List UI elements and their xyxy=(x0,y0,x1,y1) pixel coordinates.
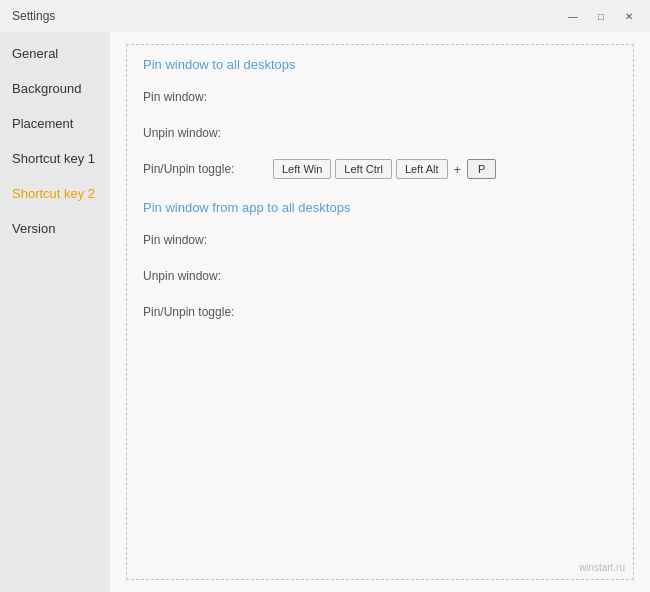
unpin-window-label-2: Unpin window: xyxy=(143,269,273,283)
field-pin-unpin-toggle-2: Pin/Unpin toggle: xyxy=(143,301,617,323)
pin-window-label-2: Pin window: xyxy=(143,233,273,247)
sidebar: General Background Placement Shortcut ke… xyxy=(0,32,110,592)
content-area: General Background Placement Shortcut ke… xyxy=(0,32,650,592)
sidebar-item-shortcut-key-1[interactable]: Shortcut key 1 xyxy=(0,141,110,176)
section2-title: Pin window from app to all desktops xyxy=(143,200,617,215)
key-left-win[interactable]: Left Win xyxy=(273,159,331,179)
sidebar-item-shortcut-key-2[interactable]: Shortcut key 2 xyxy=(0,176,110,211)
main-panel: Pin window to all desktops Pin window: U… xyxy=(110,32,650,592)
section-pin-app-desktops: Pin window from app to all desktops Pin … xyxy=(143,200,617,323)
field-pin-window-1: Pin window: xyxy=(143,86,617,108)
maximize-button[interactable]: □ xyxy=(588,6,614,26)
field-pin-unpin-toggle-1: Pin/Unpin toggle: Left Win Left Ctrl Lef… xyxy=(143,158,617,180)
key-p[interactable]: P xyxy=(467,159,496,179)
close-button[interactable]: ✕ xyxy=(616,6,642,26)
key-combo-1: Left Win Left Ctrl Left Alt + P xyxy=(273,159,496,179)
field-unpin-window-1: Unpin window: xyxy=(143,122,617,144)
pin-unpin-toggle-label-1: Pin/Unpin toggle: xyxy=(143,162,273,176)
watermark: winstart.ru xyxy=(579,562,625,573)
section-pin-all-desktops: Pin window to all desktops Pin window: U… xyxy=(143,57,617,180)
sidebar-item-version[interactable]: Version xyxy=(0,211,110,246)
sidebar-item-background[interactable]: Background xyxy=(0,71,110,106)
field-unpin-window-2: Unpin window: xyxy=(143,265,617,287)
key-left-alt[interactable]: Left Alt xyxy=(396,159,448,179)
sidebar-item-placement[interactable]: Placement xyxy=(0,106,110,141)
minimize-button[interactable]: — xyxy=(560,6,586,26)
unpin-window-label-1: Unpin window: xyxy=(143,126,273,140)
panel-border: Pin window to all desktops Pin window: U… xyxy=(126,44,634,580)
field-pin-window-2: Pin window: xyxy=(143,229,617,251)
window-title: Settings xyxy=(12,9,55,23)
plus-sign-1: + xyxy=(454,162,462,177)
window-controls: — □ ✕ xyxy=(560,6,642,26)
section1-title: Pin window to all desktops xyxy=(143,57,617,72)
settings-window: Settings — □ ✕ General Background Placem… xyxy=(0,0,650,592)
title-bar: Settings — □ ✕ xyxy=(0,0,650,32)
pin-window-label-1: Pin window: xyxy=(143,90,273,104)
pin-unpin-toggle-label-2: Pin/Unpin toggle: xyxy=(143,305,273,319)
sidebar-item-general[interactable]: General xyxy=(0,36,110,71)
key-left-ctrl[interactable]: Left Ctrl xyxy=(335,159,392,179)
